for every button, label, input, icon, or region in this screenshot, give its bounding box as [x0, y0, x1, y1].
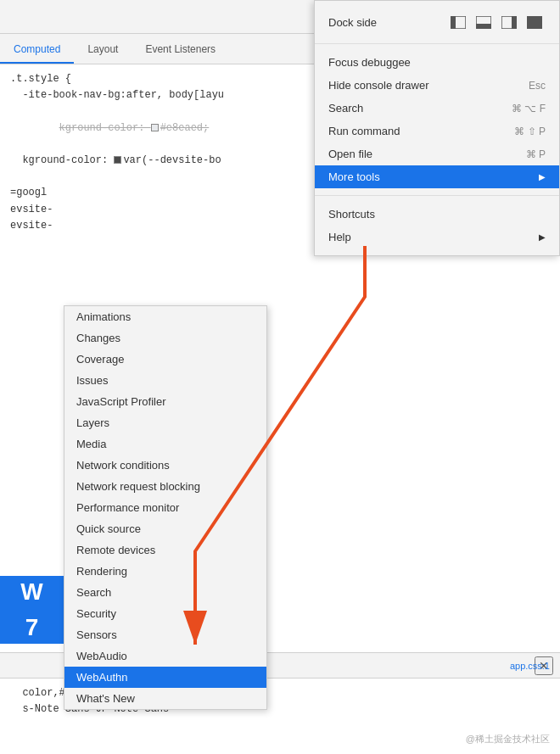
tab-computed[interactable]: Computed — [0, 36, 74, 64]
submenu-media[interactable]: Media — [64, 433, 266, 455]
dock-side-row: Dock side — [315, 8, 559, 36]
menu-shortcut-search: ⌘ ⌥ F — [512, 103, 546, 114]
menu-item-help[interactable]: Help ▶ — [315, 226, 559, 249]
devtools-window: ✕ 130 ⚠ 4 🗨 4 ⚙ ⋮ Computed Layo — [0, 0, 560, 754]
submenu-sensors[interactable]: Sensors — [64, 624, 266, 645]
dock-side-section: Dock side — [315, 1, 559, 44]
svg-rect-5 — [512, 16, 517, 29]
menu-label-help: Help — [328, 231, 351, 243]
right-menu: Dock side — [314, 0, 560, 256]
color-swatch-2 — [114, 156, 121, 164]
sidebar-w: W — [20, 578, 42, 606]
submenu-webaudio[interactable]: WebAudio — [64, 645, 266, 667]
undock-button[interactable] — [524, 13, 546, 31]
submenu-quick-source[interactable]: Quick source — [64, 518, 266, 539]
sidebar-text: W 7 — [20, 578, 42, 641]
submenu-webauthn[interactable]: WebAuthn — [64, 667, 266, 688]
tab-event-listeners[interactable]: Event Listeners — [132, 36, 229, 64]
more-tools-submenu: Animations Changes Coverage Issues JavaS… — [64, 305, 267, 710]
svg-rect-3 — [476, 24, 491, 29]
dock-side-label: Dock side — [328, 16, 440, 29]
menu-item-focus-debuggee[interactable]: Focus debuggee — [315, 51, 559, 74]
menu-shortcut-open-file: ⌘ P — [526, 148, 546, 160]
watermark: @稀土掘金技术社区 — [466, 733, 550, 746]
menu-label-shortcuts: Shortcuts — [328, 208, 375, 221]
submenu-js-profiler[interactable]: JavaScript Profiler — [64, 391, 266, 412]
menu-shortcut-hide-console: Esc — [529, 80, 546, 92]
menu-label-focus-debuggee: Focus debuggee — [328, 56, 411, 69]
submenu-issues[interactable]: Issues — [64, 370, 266, 391]
svg-rect-1 — [451, 16, 456, 29]
menu-items-section: Focus debuggee Hide console drawer Esc S… — [315, 44, 559, 196]
code-strikethrough-1: kground-color: #e8eaed; — [59, 122, 210, 134]
menu-item-more-tools[interactable]: More tools ▶ — [315, 165, 559, 188]
submenu-changes[interactable]: Changes — [64, 327, 266, 349]
menu-label-hide-console: Hide console drawer — [328, 79, 429, 92]
blue-sidebar-accent: W 7 — [0, 576, 64, 644]
menu-item-open-file[interactable]: Open file ⌘ P — [315, 142, 559, 165]
submenu-network-request-blocking[interactable]: Network request blocking — [64, 476, 266, 497]
submenu-whats-new[interactable]: What's New — [64, 688, 266, 709]
menu-label-search: Search — [328, 102, 363, 114]
submenu-rendering[interactable]: Rendering — [64, 561, 266, 582]
menu-item-run-command[interactable]: Run command ⌘ ⇧ P — [315, 120, 559, 142]
menu-item-shortcuts[interactable]: Shortcuts — [315, 203, 559, 226]
submenu-security[interactable]: Security — [64, 603, 266, 624]
menu-item-hide-console[interactable]: Hide console drawer Esc — [315, 74, 559, 97]
dock-right-button[interactable] — [498, 13, 520, 31]
dock-left-button[interactable] — [447, 13, 469, 31]
submenu-remote-devices[interactable]: Remote devices — [64, 539, 266, 561]
submenu-network-conditions[interactable]: Network conditions — [64, 455, 266, 476]
file-link[interactable]: app.css:1 — [510, 661, 550, 671]
help-arrow-icon: ▶ — [539, 232, 546, 242]
menu-label-open-file: Open file — [328, 148, 372, 160]
submenu-search[interactable]: Search — [64, 582, 266, 603]
submenu-performance-monitor[interactable]: Performance monitor — [64, 497, 266, 518]
sidebar-7: 7 — [25, 614, 39, 641]
tab-layout[interactable]: Layout — [74, 36, 132, 64]
dock-bottom-button[interactable] — [473, 13, 495, 31]
more-tools-arrow-icon: ▶ — [539, 172, 546, 182]
menu-shortcut-run-command: ⌘ ⇧ P — [514, 126, 546, 137]
menu-label-run-command: Run command — [328, 125, 400, 137]
svg-rect-6 — [527, 16, 542, 29]
menu-label-more-tools: More tools — [328, 170, 380, 183]
dock-icons — [447, 13, 546, 31]
menu-shortcuts-section: Shortcuts Help ▶ — [315, 196, 559, 255]
submenu-layers[interactable]: Layers — [64, 412, 266, 433]
color-swatch-1 — [151, 124, 159, 131]
menu-item-search[interactable]: Search ⌘ ⌥ F — [315, 97, 559, 120]
submenu-animations[interactable]: Animations — [64, 306, 266, 327]
submenu-coverage[interactable]: Coverage — [64, 349, 266, 370]
